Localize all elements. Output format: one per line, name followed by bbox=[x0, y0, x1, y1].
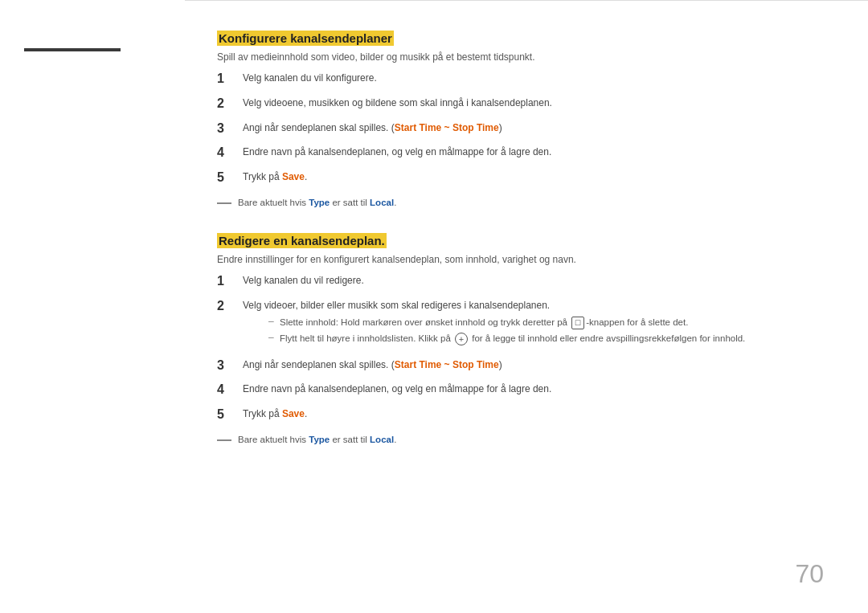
step-item: 1 Velg kanalen du vil konfigurere. bbox=[217, 71, 824, 88]
step-item: 5 Trykk på Save. bbox=[217, 407, 824, 423]
step-text: Velg kanalen du vil redigere. bbox=[243, 273, 824, 288]
sub-note-text: Flytt helt til høyre i innholdslisten. K… bbox=[280, 332, 745, 345]
section1-title: Konfigurere kanalsendeplaner bbox=[217, 31, 394, 46]
type-label-2: Type bbox=[309, 435, 330, 444]
step-text: Trykk på Save. bbox=[243, 407, 824, 421]
footnote-dash bbox=[217, 439, 231, 441]
sub-notes: – Slette innhold: Hold markøren over øns… bbox=[268, 316, 824, 346]
step-item: 4 Endre navn på kanalsendeplanen, og vel… bbox=[217, 382, 824, 398]
step-item: 4 Endre navn på kanalsendeplanen, og vel… bbox=[217, 145, 824, 161]
type-label-1: Type bbox=[309, 198, 330, 207]
step-number: 1 bbox=[217, 71, 235, 88]
step-text: Angi når sendeplanen skal spilles. (Star… bbox=[243, 358, 824, 372]
sidebar-bar bbox=[24, 48, 121, 51]
step-number: 3 bbox=[217, 358, 235, 374]
footnote-text: Bare aktuelt hvis Type er satt til Local… bbox=[238, 196, 396, 210]
footnote-text: Bare aktuelt hvis Type er satt til Local… bbox=[238, 433, 396, 447]
step-number: 2 bbox=[217, 96, 235, 112]
step-item: 3 Angi når sendeplanen skal spilles. (St… bbox=[217, 121, 824, 137]
save-label-2: Save bbox=[282, 408, 305, 419]
section1-intro: Spill av medieinnhold som video, bilder … bbox=[217, 51, 824, 63]
step-number: 1 bbox=[217, 273, 235, 290]
local-label-1: Local bbox=[370, 198, 394, 207]
sub-note-item: – Flytt helt til høyre i innholdslisten.… bbox=[268, 332, 824, 345]
step-item: 1 Velg kanalen du vil redigere. bbox=[217, 273, 824, 290]
step-item: 2 Velg videoer, bilder eller musikk som … bbox=[217, 298, 824, 349]
sub-dash: – bbox=[268, 316, 280, 327]
local-label-2: Local bbox=[370, 435, 394, 444]
step-number: 5 bbox=[217, 407, 235, 423]
section2-steps: 1 Velg kanalen du vil redigere. 2 Velg v… bbox=[217, 273, 824, 423]
step-number: 4 bbox=[217, 145, 235, 161]
sub-dash: – bbox=[268, 332, 280, 343]
section2-title-wrapper: Redigere en kanalsendeplan. bbox=[217, 234, 824, 247]
section-konfigurere: Konfigurere kanalsendeplaner Spill av me… bbox=[217, 31, 824, 210]
step-number: 5 bbox=[217, 170, 235, 186]
start-stop-time-1: Start Time ~ Stop Time bbox=[395, 122, 499, 133]
delete-icon: ☐ bbox=[571, 317, 584, 329]
section2-title: Redigere en kanalsendeplan. bbox=[217, 233, 387, 248]
section2-intro: Endre innstillinger for en konfigurert k… bbox=[217, 254, 824, 265]
step-item: 2 Velg videoene, musikken og bildene som… bbox=[217, 96, 824, 112]
step-text: Endre navn på kanalsendeplanen, og velg … bbox=[243, 382, 824, 396]
step-item: 3 Angi når sendeplanen skal spilles. (St… bbox=[217, 358, 824, 374]
section2-footnote: Bare aktuelt hvis Type er satt til Local… bbox=[217, 433, 824, 447]
step-text: Trykk på Save. bbox=[243, 170, 824, 184]
step-text: Velg videoene, musikken og bildene som s… bbox=[243, 96, 824, 110]
step-text: Endre navn på kanalsendeplanen, og velg … bbox=[243, 145, 824, 159]
section1-title-wrapper: Konfigurere kanalsendeplaner bbox=[217, 31, 824, 45]
start-stop-time-2: Start Time ~ Stop Time bbox=[395, 359, 499, 370]
step-text: Velg videoer, bilder eller musikk som sk… bbox=[243, 300, 550, 311]
plus-icon: + bbox=[455, 333, 468, 345]
left-sidebar bbox=[0, 0, 185, 613]
step-number: 3 bbox=[217, 121, 235, 137]
sub-note-item: – Slette innhold: Hold markøren over øns… bbox=[268, 316, 824, 329]
step-text: Velg kanalen du vil konfigurere. bbox=[243, 71, 824, 85]
step-item: 5 Trykk på Save. bbox=[217, 170, 824, 186]
section1-steps: 1 Velg kanalen du vil konfigurere. 2 Vel… bbox=[217, 71, 824, 186]
step-number: 4 bbox=[217, 382, 235, 398]
section1-footnote: Bare aktuelt hvis Type er satt til Local… bbox=[217, 196, 824, 210]
step-number: 2 bbox=[217, 298, 235, 315]
section-redigere: Redigere en kanalsendeplan. Endre innsti… bbox=[217, 234, 824, 447]
content-area: Konfigurere kanalsendeplaner Spill av me… bbox=[185, 0, 868, 613]
sub-note-text: Slette innhold: Hold markøren over ønske… bbox=[280, 316, 688, 329]
footnote-dash bbox=[217, 202, 231, 204]
step-text: Angi når sendeplanen skal spilles. (Star… bbox=[243, 121, 824, 135]
save-label-1: Save bbox=[282, 171, 305, 182]
page-number: 70 bbox=[795, 559, 824, 589]
